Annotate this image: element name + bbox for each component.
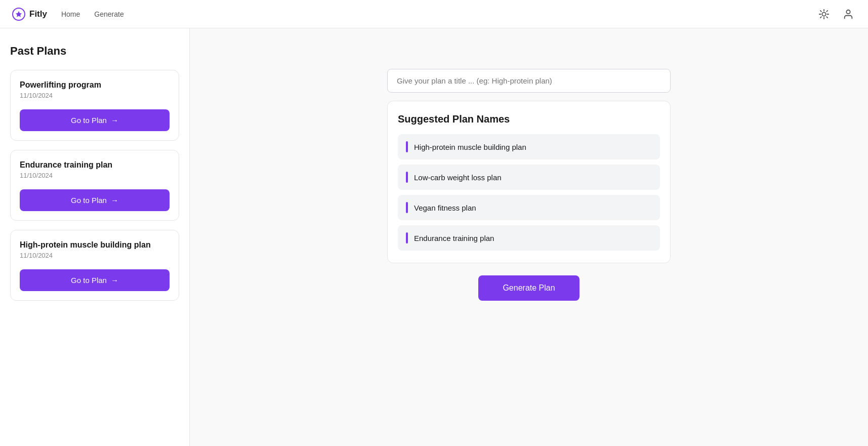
- header-left: Fitly Home Generate: [12, 8, 124, 21]
- logo-text: Fitly: [29, 9, 47, 19]
- theme-toggle-button[interactable]: [816, 7, 832, 22]
- suggestion-text-0: High-protein muscle building plan: [414, 143, 526, 151]
- header-right: [816, 7, 856, 22]
- go-to-plan-button-1[interactable]: Go to Plan →: [20, 189, 170, 211]
- suggestion-item-3[interactable]: Endurance training plan: [398, 225, 660, 251]
- plan-date-1: 11/10/2024: [20, 172, 170, 179]
- main-layout: Past Plans Powerlifting program 11/10/20…: [0, 28, 868, 446]
- suggestion-text-1: Low-carb weight loss plan: [414, 173, 502, 182]
- suggestion-bar-1: [406, 172, 408, 183]
- plan-title-input[interactable]: [387, 69, 671, 93]
- suggestion-bar-0: [406, 141, 408, 152]
- plan-name-1: Endurance training plan: [20, 160, 170, 170]
- go-to-plan-button-2[interactable]: Go to Plan →: [20, 269, 170, 291]
- user-icon: [843, 9, 854, 20]
- go-to-plan-button-0[interactable]: Go to Plan →: [20, 109, 170, 131]
- arrow-right-icon-0: →: [111, 116, 118, 125]
- suggestion-bar-3: [406, 232, 408, 244]
- plan-date-2: 11/10/2024: [20, 252, 170, 259]
- user-profile-button[interactable]: [841, 7, 856, 22]
- logo[interactable]: Fitly: [12, 8, 47, 21]
- svg-line-8: [820, 17, 821, 18]
- app-header: Fitly Home Generate: [0, 0, 868, 28]
- suggestions-title: Suggested Plan Names: [398, 113, 660, 125]
- suggestion-item-1[interactable]: Low-carb weight loss plan: [398, 165, 660, 190]
- suggestions-box: Suggested Plan Names High-protein muscle…: [387, 101, 671, 263]
- plan-card-1: Endurance training plan 11/10/2024 Go to…: [10, 150, 179, 221]
- sun-icon: [818, 9, 830, 20]
- plan-name-2: High-protein muscle building plan: [20, 240, 170, 250]
- nav-generate[interactable]: Generate: [94, 10, 123, 18]
- suggestion-item-2[interactable]: Vegan fitness plan: [398, 195, 660, 220]
- nav-home[interactable]: Home: [61, 10, 80, 18]
- plan-card-0: Powerlifting program 11/10/2024 Go to Pl…: [10, 70, 179, 141]
- sidebar: Past Plans Powerlifting program 11/10/20…: [0, 28, 190, 446]
- generate-plan-button[interactable]: Generate Plan: [478, 275, 579, 301]
- logo-icon: [12, 8, 25, 21]
- arrow-right-icon-2: →: [111, 276, 118, 285]
- main-content-area: Suggested Plan Names High-protein muscle…: [387, 69, 671, 301]
- sidebar-title: Past Plans: [10, 45, 179, 58]
- svg-point-10: [846, 10, 850, 13]
- svg-point-1: [822, 12, 825, 16]
- suggestion-text-3: Endurance training plan: [414, 234, 494, 242]
- svg-line-6: [820, 10, 821, 11]
- plan-name-0: Powerlifting program: [20, 80, 170, 90]
- arrow-right-icon-1: →: [111, 196, 118, 205]
- svg-line-7: [826, 17, 828, 18]
- plan-date-0: 11/10/2024: [20, 92, 170, 99]
- suggestion-item-0[interactable]: High-protein muscle building plan: [398, 134, 660, 159]
- suggestion-text-2: Vegan fitness plan: [414, 204, 476, 212]
- main-panel: Suggested Plan Names High-protein muscle…: [190, 28, 868, 446]
- plan-card-2: High-protein muscle building plan 11/10/…: [10, 230, 179, 301]
- svg-line-9: [826, 10, 828, 11]
- suggestion-bar-2: [406, 202, 408, 213]
